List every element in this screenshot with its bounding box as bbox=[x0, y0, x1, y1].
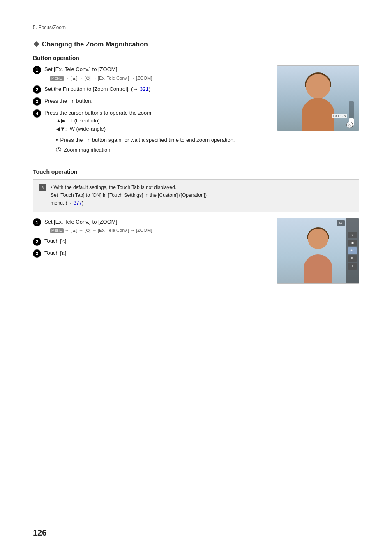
step-num-3: 3 bbox=[33, 97, 41, 106]
step-2-content: Set the Fn button to [Zoom Control]. (→ … bbox=[44, 85, 269, 93]
cam2-top-icon: ⊙ bbox=[337, 220, 345, 226]
note-line-1: • With the default settings, the Touch T… bbox=[51, 185, 176, 190]
cam2-btn-2: ▣ bbox=[348, 240, 357, 246]
cam2-head bbox=[308, 229, 328, 249]
step-1-content: Set [Ex. Tele Conv.] to [ZOOM]. MENU → [… bbox=[44, 65, 269, 82]
touch-operation-section: Touch operation ✎ • With the default set… bbox=[33, 169, 359, 284]
breadcrumb: 5. Focus/Zoom bbox=[33, 25, 359, 32]
button-operation-steps: 1 Set [Ex. Tele Conv.] to [ZOOM]. MENU →… bbox=[33, 65, 269, 160]
bullet-dot-1: • bbox=[56, 136, 58, 144]
step-num-4: 4 bbox=[33, 109, 41, 118]
person-head-1 bbox=[306, 74, 330, 99]
zoom-mag-text: Zoom magnification bbox=[64, 146, 110, 154]
step-4-content: Press the cursor buttons to operate the … bbox=[44, 109, 269, 157]
zoom-mag-note: Ⓐ Zoom magnification bbox=[56, 146, 269, 154]
step-4-bullets: ▲▶: T (telephoto) ◀▼: W (wide-angle) bbox=[56, 117, 269, 133]
step-1-sub: MENU → [▲] → [⊙] → [Ex. Tele Conv.] → [Z… bbox=[44, 74, 269, 82]
cam2-btn-fn: Fn bbox=[348, 255, 357, 262]
cam2-btn-bar: ≡ bbox=[348, 263, 357, 270]
step-2: 2 Set the Fn button to [Zoom Control]. (… bbox=[33, 85, 269, 94]
link-377[interactable]: 377 bbox=[74, 200, 82, 206]
camera-image-2: ⊙ ▣ +/- Fn ≡ ⊙ bbox=[277, 218, 359, 284]
button-operation-content: 1 Set [Ex. Tele Conv.] to [ZOOM]. MENU →… bbox=[33, 65, 359, 160]
note-content: • With the default settings, the Touch T… bbox=[51, 184, 353, 208]
touch-operation-title: Touch operation bbox=[33, 169, 359, 175]
note-line-2: Set [Touch Tab] to [ON] in [Touch Settin… bbox=[51, 192, 207, 198]
step-3-content: Press the Fn button. bbox=[44, 97, 269, 105]
step-num-2: 2 bbox=[33, 85, 41, 94]
touch-step-num-3: 3 bbox=[33, 249, 41, 258]
step-1-arrow-seq: MENU → [▲] → [⊙] → [Ex. Tele Conv.] → [Z… bbox=[50, 76, 152, 81]
touch-step-1: 1 Set [Ex. Tele Conv.] to [ZOOM]. MENU →… bbox=[33, 218, 269, 234]
step-num-1: 1 bbox=[33, 66, 41, 74]
touch-step-3-content: Touch [⇅]. bbox=[44, 249, 269, 257]
cam2-btn-zoom: +/- bbox=[348, 247, 357, 254]
cam2-btn-1: ⊙ bbox=[348, 232, 357, 238]
step-4-notes: • Press the Fn button again, or wait a s… bbox=[56, 136, 269, 154]
page-number: 126 bbox=[33, 528, 46, 538]
telephoto-label: ▲▶: T (telephoto) bbox=[56, 117, 269, 125]
camera-image-1-container: EXT.1.8x A bbox=[277, 65, 359, 160]
page-container: 5. Focus/Zoom ❖ Changing the Zoom Magnif… bbox=[0, 0, 392, 554]
ext-badge: EXT.1.8x bbox=[332, 114, 347, 118]
section-title: ❖ Changing the Zoom Magnification bbox=[33, 40, 359, 49]
note-pencil-icon: ✎ bbox=[39, 184, 46, 191]
camera-image-1: EXT.1.8x A bbox=[277, 65, 359, 131]
circle-a-label: Ⓐ bbox=[56, 146, 61, 154]
cam2-side-overlay: ⊙ ▣ +/- Fn ≡ bbox=[346, 218, 359, 283]
touch-step-num-2: 2 bbox=[33, 238, 41, 246]
step-3: 3 Press the Fn button. bbox=[33, 97, 269, 106]
fn-note-text: Press the Fn button again, or wait a spe… bbox=[60, 136, 235, 144]
touch-operation-content: 1 Set [Ex. Tele Conv.] to [ZOOM]. MENU →… bbox=[33, 218, 359, 284]
touch-step-num-1: 1 bbox=[33, 218, 41, 226]
touch-operation-steps: 1 Set [Ex. Tele Conv.] to [ZOOM]. MENU →… bbox=[33, 218, 269, 284]
touch-step-1-content: Set [Ex. Tele Conv.] to [ZOOM]. MENU → [… bbox=[44, 218, 269, 234]
link-321[interactable]: 321 bbox=[140, 86, 149, 92]
touch-step-3: 3 Touch [⇅]. bbox=[33, 249, 269, 258]
note-line-3: menu. (→ 377) bbox=[51, 200, 83, 206]
step-1: 1 Set [Ex. Tele Conv.] to [ZOOM]. MENU →… bbox=[33, 65, 269, 82]
circle-a: A bbox=[346, 122, 353, 128]
cam2-body bbox=[304, 254, 332, 283]
wideangle-label: ◀▼: W (wide-angle) bbox=[56, 125, 269, 133]
touch-note-box: ✎ • With the default settings, the Touch… bbox=[33, 179, 359, 212]
step-4: 4 Press the cursor buttons to operate th… bbox=[33, 109, 269, 157]
fn-note: • Press the Fn button again, or wait a s… bbox=[56, 136, 269, 144]
camera-image-2-container: ⊙ ▣ +/- Fn ≡ ⊙ bbox=[277, 218, 359, 284]
touch-step-1-arrow-seq: MENU → [▲] → [⊙] → [Ex. Tele Conv.] → [Z… bbox=[50, 228, 152, 233]
touch-step-2-content: Touch [◁]. bbox=[44, 237, 269, 245]
section-title-text: Changing the Zoom Magnification bbox=[42, 41, 148, 48]
button-operation-title: Button operation bbox=[33, 55, 359, 61]
touch-step-1-sub: MENU → [▲] → [⊙] → [Ex. Tele Conv.] → [Z… bbox=[44, 226, 269, 234]
touch-step-2: 2 Touch [◁]. bbox=[33, 237, 269, 246]
diamond-icon: ❖ bbox=[33, 40, 39, 49]
person-body-1 bbox=[302, 98, 334, 131]
